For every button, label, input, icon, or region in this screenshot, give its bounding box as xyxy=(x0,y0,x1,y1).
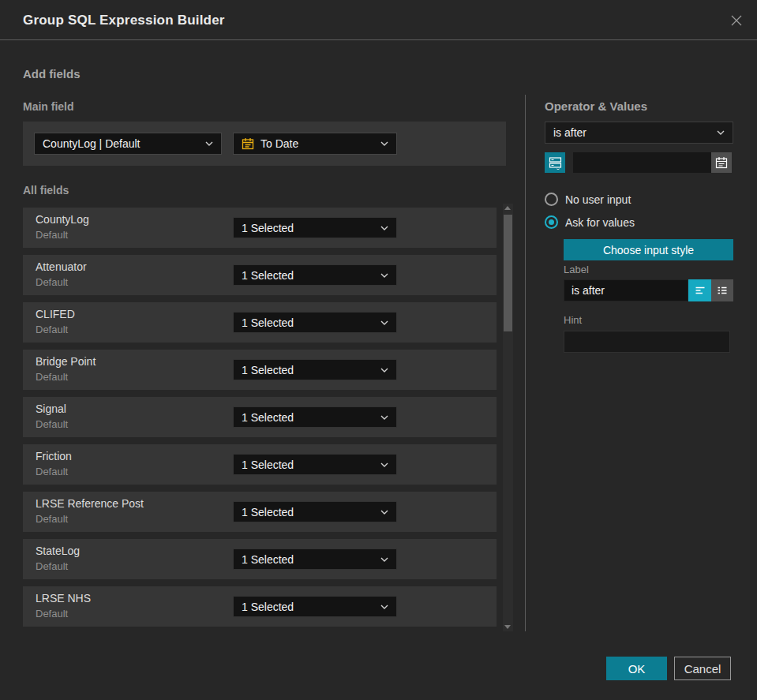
fields-list-scrollbar[interactable] xyxy=(503,204,513,631)
panel-divider xyxy=(525,95,526,631)
single-line-input-style-button[interactable] xyxy=(688,279,711,301)
field-row-attenuator: Attenuator Default 1 Selected xyxy=(23,255,497,295)
field-row-signal: Signal Default 1 Selected xyxy=(23,397,497,437)
scrollbar-up-arrow-icon[interactable] xyxy=(504,206,511,210)
add-fields-heading: Add fields xyxy=(23,67,81,80)
field-selection-dropdown[interactable]: 1 Selected xyxy=(233,264,397,286)
choose-input-style-button[interactable]: Choose input style xyxy=(564,239,733,260)
operator-dropdown-value: is after xyxy=(553,126,586,139)
chevron-down-icon xyxy=(380,226,388,230)
chevron-down-icon xyxy=(380,320,388,325)
field-selection-dropdown[interactable]: 1 Selected xyxy=(233,359,397,380)
field-row-countylog: CountyLog Default 1 Selected xyxy=(23,208,497,248)
title-bar: Group SQL Expression Builder xyxy=(0,0,757,40)
stacked-inputs-icon xyxy=(549,156,562,170)
main-field-dropdown-value: CountyLog | Default xyxy=(43,137,141,150)
radio-unselected-icon xyxy=(545,193,558,206)
chevron-down-icon xyxy=(380,510,388,515)
chevron-down-icon xyxy=(717,130,725,135)
close-button[interactable] xyxy=(726,10,747,31)
radio-selected-icon xyxy=(545,215,558,229)
chevron-down-icon xyxy=(380,462,388,467)
field-selection-dropdown[interactable]: 1 Selected xyxy=(233,217,397,238)
no-user-input-radio[interactable]: No user input xyxy=(545,193,631,206)
cancel-button[interactable]: Cancel xyxy=(674,657,731,680)
scrollbar-thumb[interactable] xyxy=(504,215,512,331)
field-selection-dropdown[interactable]: 1 Selected xyxy=(233,454,397,475)
field-row-lrse-nhs: LRSE NHS Default 1 Selected xyxy=(23,586,497,627)
field-row-lrse-reference-post: LRSE Reference Post Default 1 Selected xyxy=(23,492,497,532)
list-icon xyxy=(716,284,729,297)
operator-dropdown[interactable]: is after xyxy=(545,122,733,144)
calendar-icon xyxy=(715,156,728,169)
ask-for-values-radio[interactable]: Ask for values xyxy=(545,215,635,229)
calendar-icon xyxy=(242,137,254,150)
chevron-down-icon xyxy=(380,557,388,562)
chevron-down-icon xyxy=(380,273,388,278)
group-sql-expression-builder-dialog: Group SQL Expression Builder Add fields … xyxy=(0,0,757,700)
field-selection-dropdown[interactable]: 1 Selected xyxy=(233,406,397,428)
chevron-down-icon xyxy=(380,141,388,146)
value-type-selector-button[interactable] xyxy=(545,152,565,173)
field-row-clifed: CLIFED Default 1 Selected xyxy=(23,302,497,343)
all-fields-heading: All fields xyxy=(23,184,69,197)
value-input[interactable] xyxy=(573,152,711,173)
close-icon xyxy=(729,13,744,28)
field-row-statelog: StateLog Default 1 Selected xyxy=(23,539,497,579)
label-input[interactable] xyxy=(564,279,688,301)
list-input-style-button[interactable] xyxy=(711,279,733,301)
chevron-down-icon xyxy=(380,605,388,609)
main-field-heading: Main field xyxy=(23,100,74,113)
main-field-date-dropdown-value: To Date xyxy=(260,137,298,150)
main-field-dropdown[interactable]: CountyLog | Default xyxy=(34,133,222,155)
ok-button[interactable]: OK xyxy=(606,657,667,680)
main-field-date-dropdown[interactable]: To Date xyxy=(233,133,397,155)
text-align-left-icon xyxy=(694,284,706,297)
field-selection-dropdown[interactable]: 1 Selected xyxy=(233,596,397,617)
hint-input[interactable] xyxy=(564,331,730,353)
dialog-title: Group SQL Expression Builder xyxy=(23,0,225,40)
chevron-down-icon xyxy=(380,415,388,420)
field-selection-dropdown[interactable]: 1 Selected xyxy=(233,312,397,333)
chevron-down-icon xyxy=(205,141,213,146)
date-picker-button[interactable] xyxy=(711,152,732,173)
field-selection-dropdown[interactable]: 1 Selected xyxy=(233,548,397,570)
field-selection-dropdown[interactable]: 1 Selected xyxy=(233,501,397,522)
hint-heading: Hint xyxy=(564,314,582,326)
scrollbar-down-arrow-icon[interactable] xyxy=(504,625,511,629)
label-heading: Label xyxy=(564,264,589,275)
main-field-panel: CountyLog | Default To Date xyxy=(23,122,506,166)
chevron-down-icon xyxy=(380,368,388,372)
operator-values-heading: Operator & Values xyxy=(545,99,647,113)
field-row-bridge-point: Bridge Point Default 1 Selected xyxy=(23,350,497,390)
field-row-friction: Friction Default 1 Selected xyxy=(23,444,497,485)
